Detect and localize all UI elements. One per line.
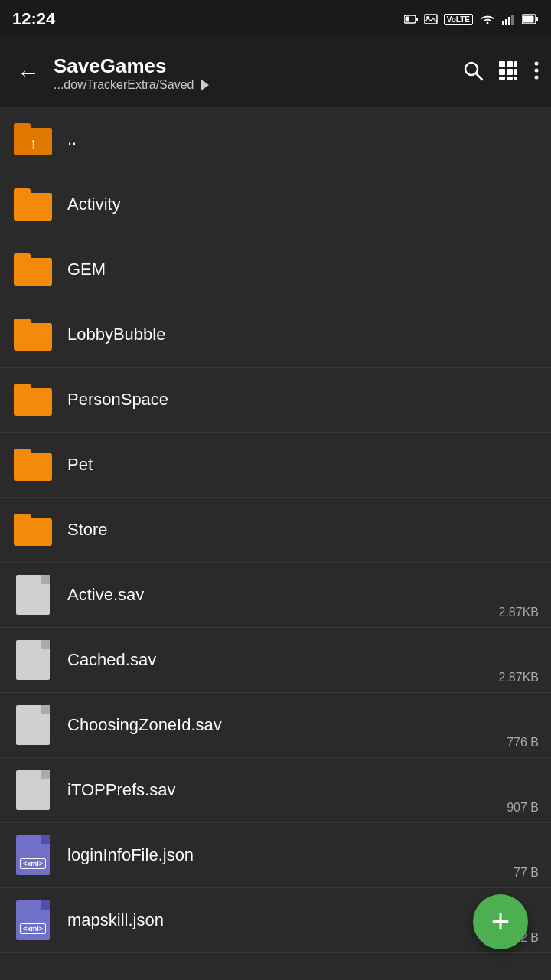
list-item[interactable]: Cached.sav 2.87KB [0, 628, 551, 693]
battery-full-icon [522, 14, 539, 24]
json-file-icon: <xml> [12, 900, 54, 941]
file-name-label: Store [67, 520, 539, 540]
more-options-button[interactable] [533, 60, 540, 87]
file-name-label: GEM [67, 260, 539, 279]
list-item[interactable]: Activity [0, 172, 551, 237]
file-icon [12, 639, 54, 681]
breadcrumb: ...dowTrackerExtra/Saved [54, 78, 455, 92]
file-name-label: .. [67, 129, 539, 149]
svg-rect-14 [499, 61, 505, 67]
search-button[interactable] [462, 60, 484, 87]
file-name-label: loginInfoFile.json [67, 845, 539, 865]
svg-rect-18 [507, 69, 513, 75]
back-button[interactable]: ← [11, 54, 46, 92]
json-file-icon: <xml> [12, 835, 54, 876]
svg-point-25 [535, 75, 539, 79]
folder-icon [12, 509, 54, 550]
folder-icon [12, 379, 54, 420]
svg-rect-16 [514, 61, 517, 67]
grid-view-button[interactable] [497, 60, 519, 87]
folder-icon [12, 444, 54, 485]
file-name-label: Activity [67, 194, 539, 214]
svg-rect-3 [425, 15, 437, 24]
file-name-label: mapskill.json [67, 910, 539, 930]
battery-small-icon [404, 14, 418, 24]
file-name-label: iTOPPrefs.sav [67, 780, 539, 800]
signal-icon [502, 13, 516, 25]
title-area: SaveGames ...dowTrackerExtra/Saved [54, 54, 455, 92]
list-item[interactable]: LobbyBubble [0, 302, 551, 368]
list-item[interactable]: <xml> mapskill.json 42 B [0, 888, 551, 953]
svg-rect-20 [499, 77, 505, 80]
list-item[interactable]: Pet [0, 433, 551, 498]
image-small-icon [424, 14, 438, 24]
list-item[interactable]: GEM [0, 237, 551, 302]
toolbar-icons [462, 60, 540, 87]
file-name-label: Cached.sav [67, 650, 539, 670]
add-fab-button[interactable]: + [473, 894, 528, 949]
file-icon [12, 704, 54, 746]
folder-icon [12, 249, 54, 290]
status-icons: VoLTE [404, 13, 539, 25]
svg-rect-19 [514, 69, 517, 75]
list-item[interactable]: ChoosingZoneId.sav 776 B [0, 693, 551, 758]
svg-rect-1 [416, 18, 418, 21]
file-size-label: 907 B [507, 801, 539, 815]
list-item[interactable]: ↑ .. [0, 107, 551, 172]
volte-badge: VoLTE [444, 14, 473, 25]
svg-point-24 [535, 68, 539, 72]
svg-rect-8 [511, 15, 514, 25]
status-bar: 12:24 VoLTE [0, 0, 551, 38]
add-icon: + [491, 906, 510, 938]
svg-rect-5 [502, 21, 504, 25]
file-size-label: 2.87KB [499, 671, 539, 684]
list-item[interactable]: iTOPPrefs.sav 907 B [0, 758, 551, 823]
status-time: 12:24 [12, 9, 55, 29]
top-bar: ← SaveGames ...dowTrackerExtra/Saved [0, 38, 551, 107]
file-icon [12, 574, 54, 616]
wifi-icon [479, 13, 496, 25]
svg-rect-10 [536, 17, 538, 21]
upload-folder-icon: ↑ [12, 119, 54, 160]
svg-rect-2 [405, 17, 409, 22]
list-item[interactable]: Store [0, 498, 551, 563]
folder-icon [12, 184, 54, 225]
file-name-label: LobbyBubble [67, 325, 539, 345]
file-name-label: PersonSpace [67, 390, 539, 410]
svg-rect-22 [514, 77, 517, 80]
file-name-label: Pet [67, 455, 539, 475]
page-title: SaveGames [54, 54, 455, 78]
file-name-label: ChoosingZoneId.sav [67, 715, 539, 735]
file-list: ↑ .. Activity GEM [0, 107, 551, 953]
path-arrow-icon [201, 80, 209, 90]
svg-rect-21 [507, 77, 513, 80]
svg-rect-17 [499, 69, 505, 75]
svg-line-13 [476, 74, 482, 80]
list-item[interactable]: Active.sav 2.87KB [0, 563, 551, 628]
svg-rect-7 [508, 17, 510, 25]
svg-rect-6 [505, 19, 507, 25]
file-size-label: 77 B [514, 866, 539, 880]
file-size-label: 2.87KB [499, 606, 539, 619]
file-name-label: Active.sav [67, 585, 539, 605]
svg-rect-15 [507, 61, 513, 67]
file-icon [12, 769, 54, 811]
svg-rect-11 [523, 16, 534, 23]
upload-arrow-icon: ↑ [29, 135, 37, 152]
file-size-label: 776 B [507, 736, 539, 750]
list-item[interactable]: <xml> loginInfoFile.json 77 B [0, 823, 551, 888]
folder-icon [12, 314, 54, 355]
xml-label: <xml> [20, 858, 46, 869]
list-item[interactable]: PersonSpace [0, 368, 551, 433]
svg-point-23 [535, 61, 539, 65]
xml-label: <xml> [20, 923, 46, 934]
